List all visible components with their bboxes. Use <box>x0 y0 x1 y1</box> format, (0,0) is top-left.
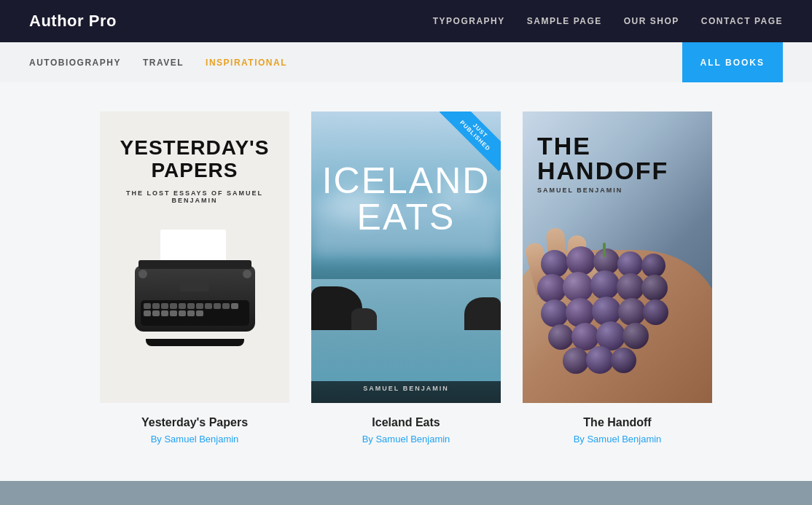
book-author-name-1[interactable]: Samuel Benjamin <box>164 434 238 445</box>
book-name-3: The Handoff <box>583 416 651 429</box>
book-author-prefix-1: By <box>151 434 162 445</box>
book-author-2: By Samuel Benjamin <box>362 434 450 445</box>
book-cover-iceland-eats[interactable]: JUST PUBLISHED ICELANDEATS SAMUEL BENJAM… <box>311 111 501 403</box>
iceland-cover-title: ICELANDEATS <box>311 163 501 235</box>
book-author-1: By Samuel Benjamin <box>151 434 239 445</box>
book-cover-title-1: YESTERDAY'S PAPERS <box>114 137 275 182</box>
book-cover-subtitle-1: THE LOST ESSAYS OF SAMUEL BENJAMIN <box>114 189 275 204</box>
filter-travel[interactable]: TRAVEL <box>143 58 184 68</box>
nav-our-shop[interactable]: OUR SHOP <box>624 16 679 26</box>
filter-autobiography[interactable]: AUTOBIOGRAPHY <box>29 58 121 68</box>
book-name-2: Iceland Eats <box>372 416 440 429</box>
all-books-button[interactable]: ALL BOOKS <box>682 42 783 82</box>
book-author-name-3[interactable]: Samuel Benjamin <box>587 434 661 445</box>
filter-inspirational[interactable]: INSPIRATIONAL <box>206 58 287 68</box>
handoff-cover-title: THEHANDOFF <box>537 133 668 183</box>
book-cover-yesterdays-papers[interactable]: YESTERDAY'S PAPERS THE LOST ESSAYS OF SA… <box>100 111 289 403</box>
iceland-cover-author: SAMUEL BENJAMIN <box>363 385 448 392</box>
handoff-cover-author: SAMUEL BENJAMIN <box>537 187 622 194</box>
book-item-yesterdays-papers: YESTERDAY'S PAPERS THE LOST ESSAYS OF SA… <box>100 111 289 445</box>
book-cover-the-handoff[interactable]: THEHANDOFF SAMUEL BENJAMIN <box>523 111 712 403</box>
book-author-3: By Samuel Benjamin <box>574 434 662 445</box>
book-item-iceland-eats: JUST PUBLISHED ICELANDEATS SAMUEL BENJAM… <box>311 111 501 445</box>
main-nav: TYPOGRAPHY SAMPLE PAGE OUR SHOP CONTACT … <box>433 16 783 26</box>
filter-bar: AUTOBIOGRAPHY TRAVEL INSPIRATIONAL ALL B… <box>0 42 812 82</box>
book-author-name-2[interactable]: Samuel Benjamin <box>375 434 450 445</box>
main-content: YESTERDAY'S PAPERS THE LOST ESSAYS OF SA… <box>0 82 812 481</box>
nav-sample-page[interactable]: SAMPLE PAGE <box>527 16 602 26</box>
book-item-the-handoff: THEHANDOFF SAMUEL BENJAMIN <box>523 111 712 445</box>
books-grid: YESTERDAY'S PAPERS THE LOST ESSAYS OF SA… <box>44 111 768 445</box>
book-author-prefix-3: By <box>574 434 585 445</box>
nav-typography[interactable]: TYPOGRAPHY <box>433 16 505 26</box>
book-name-1: Yesterday's Papers <box>141 416 248 429</box>
site-logo[interactable]: Author Pro <box>29 12 117 31</box>
header: Author Pro TYPOGRAPHY SAMPLE PAGE OUR SH… <box>0 0 812 42</box>
book-author-prefix-2: By <box>362 434 373 445</box>
nav-contact-page[interactable]: CONTACT PAGE <box>701 16 783 26</box>
